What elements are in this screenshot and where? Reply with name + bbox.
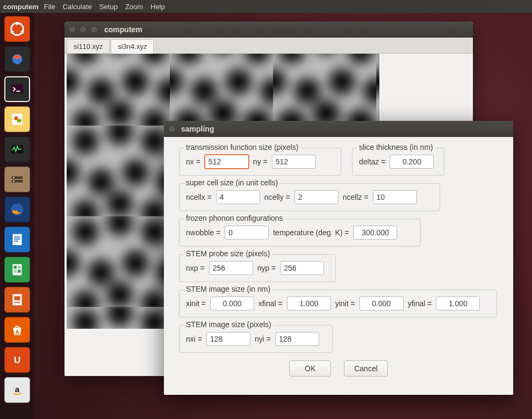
sampling-dialog: sampling transmission function size (pix…	[164, 121, 513, 395]
computem-title: computem	[104, 25, 142, 34]
svg-text:U: U	[14, 355, 20, 365]
svg-rect-23	[13, 270, 17, 273]
launcher-system-monitor[interactable]	[4, 136, 30, 162]
yfinal-label: yfinal =	[408, 299, 432, 308]
yfinal-input[interactable]	[436, 297, 480, 310]
svg-point-5	[13, 55, 20, 60]
launcher-calc[interactable]	[4, 257, 30, 283]
ny-input[interactable]	[272, 155, 316, 169]
deltaz-label: deltaz =	[359, 157, 385, 166]
svg-rect-17	[14, 236, 20, 237]
img-nm-legend: STEM image size (in nm)	[184, 285, 272, 293]
tab-si3n4[interactable]: si3n4.xyz	[111, 39, 154, 54]
svg-text:A: A	[15, 329, 19, 335]
sampling-title: sampling	[181, 125, 214, 133]
nyp-label: nyp =	[257, 264, 276, 272]
ncelly-label: ncelly =	[264, 193, 290, 201]
nwobble-input[interactable]	[225, 226, 269, 240]
nyi-label: nyi =	[255, 335, 271, 343]
menu-setup[interactable]: Setup	[99, 3, 118, 11]
nwobble-label: nwobble =	[186, 228, 220, 237]
menu-file[interactable]: File	[44, 3, 55, 11]
launcher-terminal[interactable]	[4, 76, 30, 102]
temperature-input[interactable]	[353, 226, 397, 240]
svg-point-2	[11, 31, 14, 34]
global-menubar: computem File Calculate Setup Zoom Help	[0, 0, 532, 13]
xfinal-label: xfinal =	[258, 299, 283, 308]
window-maximize-icon[interactable]	[90, 26, 98, 33]
svg-point-13	[13, 177, 15, 178]
menu-zoom[interactable]: Zoom	[125, 3, 143, 11]
nx-label: nx =	[186, 157, 200, 166]
svg-rect-22	[18, 266, 21, 269]
nyi-input[interactable]	[275, 332, 319, 346]
launcher-software-center[interactable]: A	[4, 317, 30, 343]
sampling-titlebar[interactable]: sampling	[164, 121, 513, 137]
tab-si110[interactable]: si110.xyz	[67, 39, 110, 53]
nyp-input[interactable]	[280, 261, 324, 275]
launcher-firefox[interactable]	[4, 197, 30, 222]
ncelly-input[interactable]	[294, 190, 339, 204]
supercell-legend: super cell size (in unit cells)	[184, 178, 280, 187]
yinit-input[interactable]	[360, 297, 404, 310]
ncellz-label: ncellz =	[343, 193, 369, 201]
launcher-amazon[interactable]: a	[4, 377, 30, 403]
yinit-label: yinit =	[335, 299, 355, 308]
menubar-app-name: computem	[3, 3, 39, 11]
xinit-label: xinit =	[186, 299, 206, 308]
window-close-icon[interactable]	[69, 26, 76, 33]
launcher-impress[interactable]	[4, 287, 30, 313]
nxp-label: nxp =	[186, 264, 205, 272]
window-minimize-icon[interactable]	[80, 26, 87, 33]
img-px-legend: STEM image size (pixels)	[184, 320, 274, 329]
deltaz-input[interactable]	[390, 155, 434, 169]
launcher-files[interactable]	[4, 167, 30, 192]
ncellx-label: ncellx =	[186, 193, 212, 201]
phonon-legend: frozen phonon configurations	[184, 214, 285, 222]
ok-button[interactable]: OK	[289, 360, 331, 377]
slice-legend: slice thickness (in nm)	[357, 143, 435, 151]
menu-calculate[interactable]: Calculate	[63, 3, 92, 11]
ny-label: ny =	[253, 157, 268, 166]
dialog-menu-icon[interactable]	[168, 125, 176, 133]
svg-point-1	[16, 22, 19, 25]
svg-rect-18	[14, 239, 20, 240]
nxp-input[interactable]	[209, 261, 253, 275]
unity-launcher: A U a	[0, 13, 34, 419]
svg-point-14	[13, 180, 15, 182]
menu-help[interactable]: Help	[150, 3, 165, 11]
cancel-button[interactable]: Cancel	[344, 360, 388, 377]
nxi-input[interactable]	[206, 332, 250, 346]
temperature-label: temperature (deg. K) =	[273, 228, 349, 237]
svg-rect-19	[14, 241, 18, 242]
svg-text:a: a	[15, 385, 20, 394]
launcher-computem[interactable]	[4, 46, 30, 72]
svg-rect-27	[14, 302, 20, 303]
probe-legend: STEM probe size (pixels)	[184, 249, 272, 258]
nx-input[interactable]	[205, 155, 249, 169]
xinit-input[interactable]	[210, 297, 254, 310]
svg-point-3	[21, 31, 24, 34]
svg-rect-26	[14, 296, 20, 300]
launcher-ubuntu-one[interactable]: U	[4, 347, 30, 373]
ncellz-input[interactable]	[373, 190, 417, 204]
svg-rect-21	[13, 266, 17, 269]
xfinal-input[interactable]	[287, 297, 331, 310]
computem-titlebar[interactable]: computem	[64, 21, 473, 38]
launcher-libreoffice-draw[interactable]	[4, 106, 30, 132]
svg-rect-6	[11, 84, 24, 93]
svg-rect-9	[17, 119, 21, 122]
launcher-writer[interactable]	[4, 227, 30, 252]
ncellx-input[interactable]	[216, 190, 260, 204]
launcher-dash[interactable]	[4, 16, 30, 42]
nxi-label: nxi =	[186, 335, 202, 343]
file-tabs: si110.xyz si3n4.xyz	[64, 38, 473, 54]
svg-rect-24	[18, 270, 21, 273]
tfunc-legend: transmission function size (pixels)	[184, 143, 300, 151]
